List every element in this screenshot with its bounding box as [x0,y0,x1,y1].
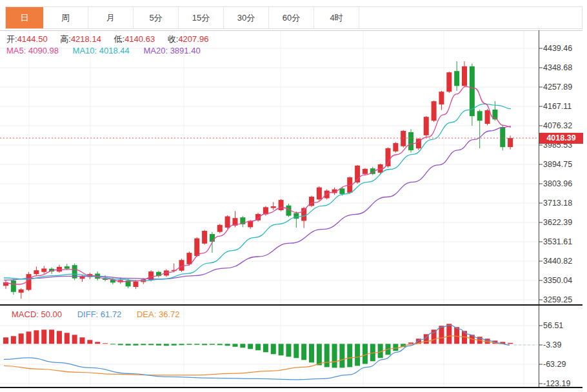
high-label: 高: [60,34,71,44]
macd-value: MACD: 50.00 [12,309,62,319]
tab-15min[interactable]: 15分 [179,7,224,28]
close-value: 4207.96 [178,34,208,44]
y-axis-label: 3803.96 [543,179,583,188]
ma20-legend: MA20: 3891.40 [143,46,200,55]
y-axis-label: 3622.39 [543,218,583,227]
tab-60min[interactable]: 60分 [269,7,314,28]
y-axis-label: 3440.82 [543,257,583,266]
diff-value: DIFF: 61.72 [77,309,122,319]
y-axis-label: 4439.46 [543,44,583,53]
y-axis-label: 3713.18 [543,199,583,208]
macd-axis-label: 56.51 [543,321,583,330]
last-price-tag: 4018.39 [539,133,583,144]
tab-week[interactable]: 周 [43,7,88,28]
tab-day[interactable]: 日 [6,7,43,28]
tab-4hour[interactable]: 4时 [314,7,359,28]
macd-axis-label: -3.39 [543,340,583,349]
dea-value: DEA: 36.72 [137,309,180,319]
y-axis-label: 4167.11 [543,102,583,111]
y-axis-label: 3259.25 [543,295,583,304]
tab-30min[interactable]: 30分 [224,7,269,28]
close-label: 收: [168,34,179,44]
y-axis-label: 3894.75 [543,160,583,169]
open-label: 开: [6,34,17,44]
quote-bar: 开:4144.50 高:4218.14 低:4140.63 收:4207.96 [6,34,219,45]
macd-legend: MACD: 50.00 DIFF: 61.72 DEA: 36.72 [12,309,180,319]
ma10-legend: MA10: 4018.44 [73,46,130,55]
y-axis-label: 4076.32 [543,121,583,130]
low-value: 4140.63 [124,34,155,44]
tab-month[interactable]: 月 [88,7,134,28]
y-axis-label: 3350.04 [543,276,583,285]
high-value: 4218.14 [71,34,101,44]
tab-bar-spacer [359,7,582,28]
ma-legend: MA5: 4090.98 MA10: 4018.44 MA20: 3891.40 [6,46,201,55]
macd-axis-label: -123.19 [543,379,583,388]
macd-axis-label: -63.29 [543,360,583,369]
y-axis-label: 3531.61 [543,237,583,246]
open-value: 4144.50 [17,34,48,44]
low-label: 低: [114,34,125,44]
period-tab-bar: 日 周 月 5分 15分 30分 60分 4时 [5,6,582,29]
y-axis-label: 4257.89 [543,83,583,92]
candlestick-chart[interactable] [0,0,587,392]
tab-5min[interactable]: 5分 [134,7,179,28]
y-axis-label: 4348.68 [543,63,583,72]
ma5-legend: MA5: 4090.98 [6,46,59,55]
